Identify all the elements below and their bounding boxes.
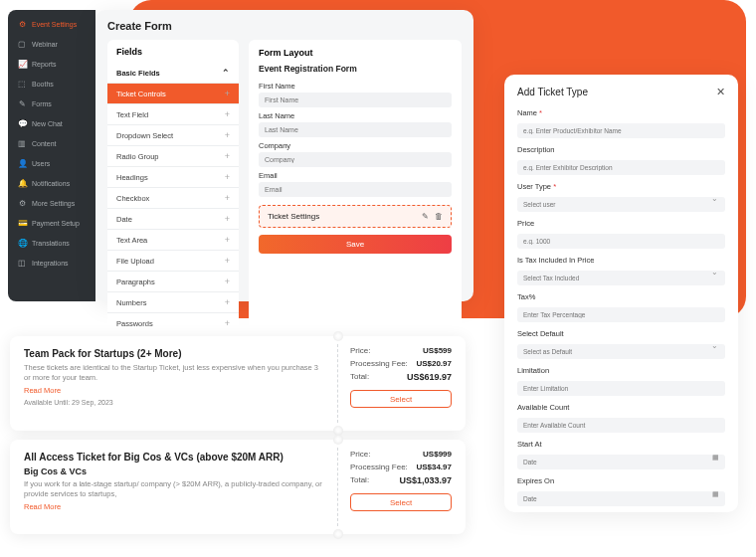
read-more-link[interactable]: Read More: [24, 386, 323, 395]
available-count-input[interactable]: [517, 418, 725, 433]
sidebar-item-forms[interactable]: ✎Forms: [8, 93, 95, 113]
sidebar-item-label: Booths: [32, 81, 54, 88]
field-item[interactable]: Text Field+: [107, 103, 239, 124]
field-label: Headings: [116, 173, 148, 182]
field-item[interactable]: Paragraphs+: [107, 271, 239, 291]
last-name-input[interactable]: [259, 122, 452, 137]
field-item[interactable]: Dropdown Select+: [107, 124, 239, 145]
user-type-label: User Type *: [517, 182, 725, 191]
field-label: Checkbox: [116, 194, 149, 203]
select-ticket-button[interactable]: Select: [350, 493, 452, 511]
read-more-link[interactable]: Read More: [24, 502, 323, 511]
sidebar-item-label: Webinar: [32, 41, 58, 48]
sidebar-icon: 👤: [18, 159, 26, 168]
field-item[interactable]: Numbers+: [107, 291, 239, 312]
user-type-select[interactable]: [517, 197, 725, 212]
field-label: Numbers: [116, 298, 146, 307]
edit-icon[interactable]: ✎: [422, 212, 429, 221]
sidebar-item-label: Forms: [32, 100, 52, 107]
tax-pct-input[interactable]: [517, 307, 725, 322]
expires-on-input[interactable]: [517, 491, 725, 506]
sidebar-icon: 💬: [18, 119, 26, 128]
select-ticket-button[interactable]: Select: [350, 390, 452, 408]
last-name-label: Last Name: [259, 111, 452, 120]
price-label: Price: [517, 219, 725, 228]
description-input[interactable]: [517, 160, 725, 175]
field-item[interactable]: Text Area+: [107, 229, 239, 250]
name-input[interactable]: [517, 123, 725, 138]
plus-icon: +: [225, 130, 230, 140]
field-item[interactable]: Headings+: [107, 166, 239, 187]
sidebar-item-more-settings[interactable]: ⚙More Settings: [8, 193, 95, 213]
price-input[interactable]: [517, 234, 725, 249]
field-label: Text Area: [116, 236, 147, 245]
form-layout-column: Form Layout Event Registration Form Firs…: [249, 40, 462, 337]
sidebar-icon: ⬚: [18, 80, 26, 89]
sidebar-item-webinar[interactable]: ▢Webinar: [8, 34, 95, 54]
email-input[interactable]: [259, 182, 452, 197]
company-input[interactable]: [259, 152, 452, 167]
sidebar-item-reports[interactable]: 📈Reports: [8, 54, 95, 74]
field-item[interactable]: Ticket Controls+: [107, 83, 239, 103]
company-label: Company: [259, 141, 452, 150]
name-label: Name *: [517, 108, 725, 117]
available-count-label: Available Count: [517, 403, 725, 412]
sidebar-item-users[interactable]: 👤Users: [8, 153, 95, 173]
field-label: Radio Group: [116, 152, 159, 161]
plus-icon: +: [225, 89, 230, 98]
start-at-input[interactable]: [517, 455, 725, 469]
sidebar-item-translations[interactable]: 🌐Translations: [8, 233, 95, 253]
sidebar-icon: 🔔: [18, 179, 26, 188]
field-item[interactable]: Checkbox+: [107, 187, 239, 208]
plus-icon: +: [225, 151, 230, 161]
sidebar-item-label: Content: [32, 140, 57, 147]
select-default-select[interactable]: [517, 344, 725, 359]
plus-icon: +: [225, 256, 230, 266]
ticket-desc: These tickets are identical to the Start…: [24, 363, 323, 383]
limitation-label: Limitation: [517, 366, 725, 375]
sidebar-item-notifications[interactable]: 🔔Notifications: [8, 173, 95, 193]
save-button[interactable]: Save: [259, 235, 452, 254]
sidebar-item-event-settings[interactable]: ⚙Event Settings: [8, 14, 95, 34]
field-label: Dropdown Select: [116, 131, 173, 140]
sidebar-item-integrations[interactable]: ◫Integrations: [8, 253, 95, 273]
tax-included-select[interactable]: [517, 271, 725, 285]
plus-icon: +: [225, 193, 230, 203]
limitation-input[interactable]: [517, 381, 725, 396]
field-item[interactable]: Passwords+: [107, 312, 239, 333]
sidebar-icon: ✎: [18, 99, 26, 108]
ticket-divider: [337, 344, 338, 423]
sidebar-item-booths[interactable]: ⬚Booths: [8, 74, 95, 93]
sidebar-item-label: Reports: [32, 61, 57, 68]
page-title: Create Form: [107, 20, 462, 32]
plus-icon: +: [225, 235, 230, 245]
field-item[interactable]: Radio Group+: [107, 145, 239, 166]
ticket-divider: [337, 448, 338, 526]
sidebar-item-label: Integrations: [32, 260, 69, 267]
field-label: Text Field: [116, 110, 148, 119]
tax-pct-label: Tax%: [517, 292, 725, 301]
sidebar-item-new-chat[interactable]: 💬New Chat: [8, 113, 95, 133]
add-ticket-title: Add Ticket Type: [517, 87, 588, 97]
sidebar-item-label: Users: [32, 160, 50, 167]
sidebar-icon: ▢: [18, 40, 26, 49]
ticket-settings-block[interactable]: Ticket Settings ✎ 🗑: [259, 205, 452, 228]
field-label: File Upload: [116, 257, 154, 266]
first-name-input[interactable]: [259, 93, 452, 107]
sidebar-item-content[interactable]: ▥Content: [8, 133, 95, 153]
basic-fields-toggle[interactable]: Basic Fields ⌃: [107, 63, 239, 83]
delete-icon[interactable]: 🗑: [435, 212, 443, 221]
form-title-text: Event Registration Form: [259, 64, 452, 74]
start-at-label: Start At: [517, 440, 725, 449]
ticket-card: All Access Ticket for Big Cos & VCs (abo…: [10, 440, 466, 534]
sidebar-icon: 📈: [18, 60, 26, 69]
sidebar-item-label: Event Settings: [32, 21, 77, 28]
ticket-desc: If you work for a late-stage startup/ co…: [24, 479, 323, 499]
plus-icon: +: [225, 214, 230, 224]
plus-icon: +: [225, 277, 230, 286]
field-item[interactable]: Date+: [107, 208, 239, 229]
sidebar-item-payment-setup[interactable]: 💳Payment Setup: [8, 213, 95, 233]
close-icon[interactable]: ✕: [716, 86, 725, 98]
add-ticket-panel: Add Ticket Type ✕ Name * Description Use…: [504, 75, 738, 512]
field-item[interactable]: File Upload+: [107, 250, 239, 271]
